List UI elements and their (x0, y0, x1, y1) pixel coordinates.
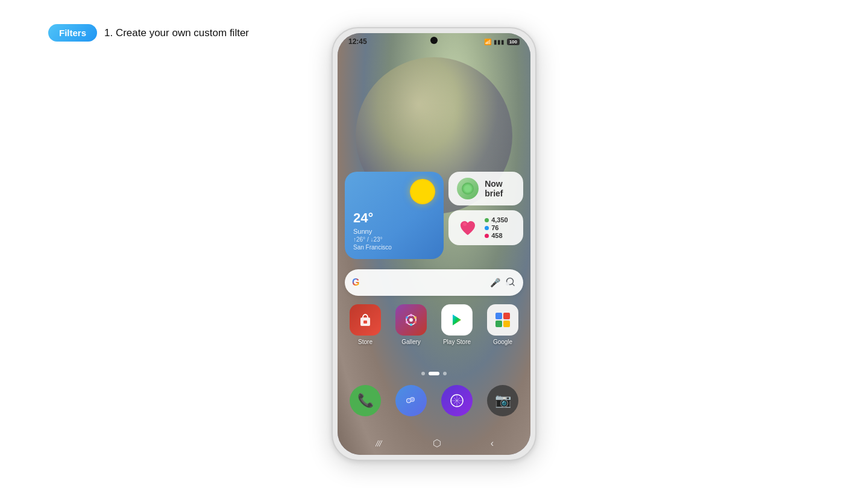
phone-icon: 📞 (350, 385, 381, 416)
weather-range: ↑26° / ↓23° (353, 236, 435, 243)
filters-badge[interactable]: Filters (48, 24, 97, 42)
svg-point-5 (506, 282, 509, 286)
svg-rect-19 (495, 321, 502, 327)
gallery-svg (403, 311, 420, 328)
svg-marker-16 (453, 314, 461, 325)
now-brief-svg-icon (461, 181, 475, 196)
calories-value: 458 (491, 232, 502, 239)
app-item-playstore[interactable]: Play Store (436, 304, 477, 345)
svg-point-3 (463, 222, 467, 226)
health-heart-svg (458, 218, 477, 237)
playstore-svg (448, 311, 465, 328)
weather-condition: Sunny (353, 228, 435, 235)
weather-temperature: 24° (353, 210, 435, 226)
camera-notch (430, 37, 438, 44)
store-icon (350, 304, 381, 336)
svg-point-13 (406, 321, 408, 324)
page-dot-3 (443, 372, 447, 375)
phone-frame: 12:45 📶 ▮▮▮ 100 24° Sunny ↑26° / ↓23° Sa… (332, 27, 536, 461)
google-icon (487, 304, 518, 336)
lens-svg (505, 277, 516, 287)
heart-value: 76 (491, 224, 498, 231)
gallery-label: Gallery (401, 339, 421, 345)
status-time: 12:45 (348, 37, 367, 46)
google-label: Google (493, 339, 512, 345)
right-widgets: Now brief 4,350 (448, 172, 523, 259)
svg-rect-17 (495, 313, 502, 319)
app-item-store[interactable]: Store (345, 304, 386, 345)
status-icons: 📶 ▮▮▮ 100 (484, 39, 520, 45)
svg-point-10 (414, 316, 417, 319)
svg-point-24 (410, 398, 414, 401)
svg-point-11 (414, 321, 417, 324)
microphone-icon[interactable]: 🎤 (490, 278, 500, 287)
sun-icon (410, 179, 435, 204)
health-widget[interactable]: 4,350 76 458 (448, 210, 523, 245)
health-stat-steps: 4,350 (485, 216, 508, 224)
svg-point-14 (406, 316, 408, 319)
playstore-label: Play Store (443, 339, 471, 345)
signal-icon: ▮▮▮ (494, 39, 505, 45)
store-svg (357, 311, 374, 328)
steps-value: 4,350 (491, 216, 508, 224)
back-button[interactable]: ‹ (491, 438, 494, 449)
page-description: 1. Create your own custom filter (104, 27, 249, 39)
svg-point-0 (462, 183, 474, 195)
gallery-icon (395, 304, 427, 336)
heart-icon (457, 217, 479, 239)
dock: 📞 (345, 385, 523, 416)
health-stat-heart: 76 (485, 224, 508, 231)
nav-bar: ⫻ ⬡ ‹ (338, 437, 530, 449)
app-item-gallery[interactable]: Gallery (391, 304, 432, 345)
svg-point-23 (407, 399, 410, 402)
widgets-area: 24° Sunny ↑26° / ↓23° San Francisco (345, 172, 523, 259)
weather-widget[interactable]: 24° Sunny ↑26° / ↓23° San Francisco (345, 172, 444, 259)
svg-point-1 (464, 184, 471, 190)
browser-svg (449, 393, 465, 408)
page-dot-1 (421, 372, 425, 375)
home-button[interactable]: ⬡ (433, 437, 441, 449)
messages-svg (404, 393, 418, 408)
messages-icon (395, 385, 427, 416)
browser-icon (441, 385, 473, 416)
app-item-google[interactable]: Google (482, 304, 523, 345)
store-label: Store (358, 339, 373, 345)
now-brief-icon (457, 178, 479, 199)
lens-icon[interactable] (505, 277, 516, 289)
playstore-icon (441, 304, 473, 336)
svg-rect-7 (363, 321, 367, 324)
svg-point-9 (410, 314, 412, 316)
dock-item-browser[interactable] (436, 385, 477, 416)
calories-dot (485, 234, 489, 238)
now-brief-label: Now brief (485, 179, 515, 198)
health-stats: 4,350 76 458 (485, 216, 508, 239)
svg-point-15 (409, 318, 413, 322)
phone-screen: 12:45 📶 ▮▮▮ 100 24° Sunny ↑26° / ↓23° Sa… (338, 33, 530, 455)
svg-point-12 (410, 324, 412, 326)
page-dots (421, 372, 447, 375)
battery-badge: 100 (507, 39, 520, 45)
svg-rect-18 (503, 313, 510, 319)
camera-icon: 📷 (487, 385, 518, 416)
svg-point-2 (465, 186, 470, 191)
recent-apps-button[interactable]: ⫻ (374, 438, 384, 449)
svg-rect-20 (503, 321, 510, 327)
now-brief-widget[interactable]: Now brief (448, 172, 523, 205)
search-bar[interactable]: G 🎤 (345, 269, 523, 296)
dock-item-phone[interactable]: 📞 (345, 385, 386, 416)
heart-dot (485, 226, 489, 230)
top-label-area: Filters 1. Create your own custom filter (48, 24, 249, 42)
app-grid: Store Gallery (345, 304, 523, 345)
dock-item-camera[interactable]: 📷 (482, 385, 523, 416)
google-g-icon: G (352, 277, 359, 288)
health-stat-calories: 458 (485, 232, 508, 239)
google-svg (494, 311, 511, 328)
dock-item-messages[interactable] (391, 385, 432, 416)
page-dot-2 (429, 372, 439, 375)
weather-city: San Francisco (353, 244, 435, 251)
steps-dot (485, 218, 489, 222)
wifi-icon: 📶 (484, 39, 491, 45)
